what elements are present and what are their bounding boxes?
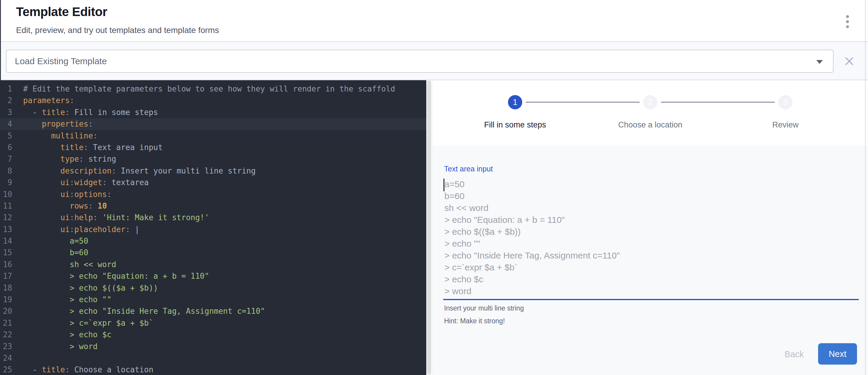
step-2-label: Choose a location (576, 120, 724, 130)
line-number: 18 (0, 282, 12, 294)
step-3-label: Review (711, 120, 860, 130)
step-form: Text area input a=50b=60sh << word> echo… (433, 146, 868, 375)
textarea-line: > word (444, 285, 620, 297)
line-number: 4 (0, 118, 12, 130)
code-line-1[interactable]: 1# Edit the template parameters below to… (0, 83, 426, 95)
line-number: 5 (0, 130, 12, 142)
line-number: 14 (0, 235, 12, 247)
step-2-indicator: 2 (643, 95, 657, 110)
line-number: 23 (0, 341, 12, 352)
line-number: 22 (0, 329, 12, 341)
code-line-11[interactable]: 11 rows: 10 (0, 200, 426, 212)
textarea-line: > echo $(($a + $b)) (444, 226, 620, 238)
textarea-line: > echo "Inside Here Tag, Assignment c=11… (444, 250, 620, 261)
code-line-5[interactable]: 5 multiline: (0, 130, 426, 142)
code-line-20[interactable]: 20 > echo "Inside Here Tag, Assignment c… (0, 306, 426, 317)
code-line-9[interactable]: 9 ui:widget: textarea (0, 177, 426, 188)
line-number: 15 (0, 247, 12, 258)
code-line-23[interactable]: 23 > word (0, 341, 426, 352)
line-number: 9 (0, 177, 12, 188)
code-line-10[interactable]: 10 ui:options: (0, 189, 426, 200)
multiline-textarea[interactable]: a=50b=60sh << word> echo "Equation: a + … (433, 175, 868, 300)
page-title: Template Editor (16, 5, 107, 19)
textarea-line: a=50 (444, 178, 620, 190)
close-icon (844, 57, 854, 66)
step-1-label: Fill in some steps (441, 120, 589, 130)
line-number: 8 (0, 165, 12, 177)
code-line-16[interactable]: 16 sh << word (0, 259, 426, 271)
code-line-22[interactable]: 22 > echo $c (0, 329, 426, 341)
line-number: 25 (0, 364, 12, 375)
code-line-21[interactable]: 21 > c=`expr $a + $b` (0, 317, 426, 329)
line-number: 17 (0, 271, 12, 282)
code-line-3[interactable]: 3 - title: Fill in some steps (0, 107, 426, 118)
textarea-line: > echo $c (444, 273, 620, 285)
line-number: 21 (0, 317, 12, 329)
line-number: 16 (0, 259, 12, 271)
template-select-toolbar: Load Existing Template (0, 42, 868, 80)
editor-scrollbar (427, 80, 431, 375)
chevron-down-icon (816, 60, 823, 64)
code-line-25[interactable]: 25 - title: Choose a location (0, 364, 426, 375)
code-line-17[interactable]: 17 > echo "Equation: a + b = 110" (0, 271, 426, 282)
yaml-code-editor[interactable]: 1# Edit the template parameters below to… (0, 80, 426, 375)
step-1-indicator: 1 (508, 95, 522, 110)
line-number: 1 (0, 83, 12, 95)
field-hint: Hint: Make it strong! (444, 317, 505, 325)
more-options-button[interactable] (842, 14, 852, 30)
code-line-19[interactable]: 19 > echo "" (0, 294, 426, 306)
line-number: 12 (0, 212, 12, 223)
code-line-14[interactable]: 14 a=50 (0, 235, 426, 247)
page-right-border (865, 0, 866, 375)
textarea-line: > echo "Equation: a + b = 110" (444, 214, 620, 226)
clear-template-button[interactable] (842, 54, 857, 69)
page-left-border (0, 0, 1, 80)
textarea-line: > echo "" (444, 238, 620, 250)
kebab-menu-icon (846, 15, 849, 18)
template-preview-panel: 1 2 3 Fill in some steps Choose a locati… (432, 80, 868, 375)
line-number: 11 (0, 200, 12, 212)
step-3-indicator: 3 (778, 95, 793, 110)
line-number: 10 (0, 189, 12, 200)
code-line-13[interactable]: 13 ui:placeholder: | (0, 224, 426, 235)
field-description: Insert your multi line string (444, 304, 524, 312)
code-line-6[interactable]: 6 title: Text area input (0, 142, 426, 153)
textarea-line: > c=`expr $a + $b` (444, 261, 620, 273)
line-number: 19 (0, 294, 12, 306)
line-number: 13 (0, 224, 12, 235)
textarea-content: a=50b=60sh << word> echo "Equation: a + … (444, 178, 620, 297)
header: Template Editor Edit, preview, and try o… (0, 0, 868, 42)
select-placeholder: Load Existing Template (15, 50, 107, 72)
step-connector (526, 102, 640, 103)
code-line-4[interactable]: 4 properties: (0, 118, 426, 130)
line-number: 2 (0, 95, 12, 106)
back-button[interactable]: Back (776, 345, 813, 363)
code-line-7[interactable]: 7 type: string (0, 153, 426, 165)
textarea-line: b=60 (444, 190, 620, 202)
step-connector (661, 102, 775, 103)
line-number: 24 (0, 352, 12, 364)
textarea-line: sh << word (444, 202, 620, 214)
line-number: 20 (0, 306, 12, 317)
code-line-2[interactable]: 2parameters: (0, 95, 426, 106)
stepper: 1 2 3 Fill in some steps Choose a locati… (448, 95, 853, 137)
line-number: 6 (0, 142, 12, 153)
line-number: 7 (0, 153, 12, 165)
textarea-focus-underline (443, 299, 859, 300)
code-line-15[interactable]: 15 b=60 (0, 247, 426, 258)
line-number: 3 (0, 107, 12, 118)
template-editor-app: Template Editor Edit, preview, and try o… (0, 0, 868, 375)
code-line-8[interactable]: 8 description: Insert your multi line st… (0, 165, 426, 177)
next-button[interactable]: Next (818, 343, 857, 365)
load-existing-template-select[interactable]: Load Existing Template (6, 50, 834, 73)
code-line-12[interactable]: 12 ui:help: 'Hint: Make it strong!' (0, 212, 426, 223)
page-subtitle: Edit, preview, and try out templates and… (16, 26, 219, 35)
code-line-18[interactable]: 18 > echo $(($a + $b)) (0, 282, 426, 294)
editor-scrollbar-thumb[interactable] (427, 81, 431, 374)
textarea-field-label: Text area input (444, 165, 493, 173)
code-line-24[interactable]: 24 (0, 352, 426, 364)
